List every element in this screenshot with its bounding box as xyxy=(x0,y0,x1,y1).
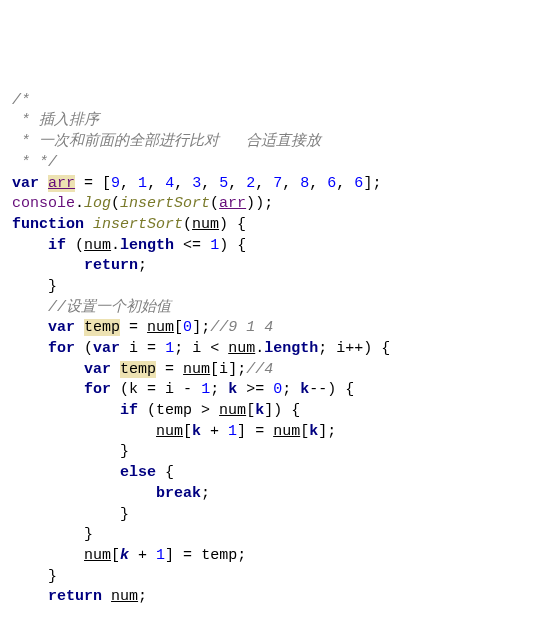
identifier-num: num xyxy=(183,361,210,378)
paren-close: ) xyxy=(273,402,282,419)
brace-open: { xyxy=(282,402,300,419)
keyword-var: var xyxy=(12,175,39,192)
func-call-insertSort: insertSort xyxy=(120,195,210,212)
identifier-temp: temp xyxy=(120,361,156,378)
prop-length: length xyxy=(264,340,318,357)
keyword-var: var xyxy=(48,319,75,336)
keyword-var: var xyxy=(93,340,120,357)
keyword-else: else xyxy=(120,464,156,481)
paren-close: ) xyxy=(219,216,228,233)
paren-close: ) xyxy=(255,195,264,212)
identifier-i: i xyxy=(129,340,138,357)
number-one: 1 xyxy=(156,547,165,564)
bracket-open: [ xyxy=(111,547,120,564)
comma: , xyxy=(174,175,192,192)
paren-close: ) xyxy=(246,195,255,212)
param-num: num xyxy=(192,216,219,233)
number: 3 xyxy=(192,175,201,192)
identifier-k: k xyxy=(228,381,237,398)
bracket-close: ] xyxy=(192,319,201,336)
op-assign: = xyxy=(156,361,183,378)
number: 1 xyxy=(138,175,147,192)
semicolon: ; xyxy=(201,485,210,502)
comment-line: * 插入排序 xyxy=(12,112,99,129)
op-plus: + xyxy=(129,547,156,564)
identifier-num: num xyxy=(147,319,174,336)
bracket-close: ] xyxy=(237,423,246,440)
identifier-num: num xyxy=(111,588,138,605)
brace-close: } xyxy=(120,506,129,523)
paren-open: ( xyxy=(210,195,219,212)
op-assign: = xyxy=(138,381,165,398)
number: 7 xyxy=(273,175,282,192)
semicolon: ; xyxy=(210,381,219,398)
paren-close: ) xyxy=(363,340,372,357)
number-one: 1 xyxy=(165,340,174,357)
number: 9 xyxy=(111,175,120,192)
identifier-i: i xyxy=(219,361,228,378)
dot: . xyxy=(111,237,120,254)
number-zero: 0 xyxy=(183,319,192,336)
identifier-console: console xyxy=(12,195,75,212)
semicolon: ; xyxy=(264,195,273,212)
bracket-open: [ xyxy=(174,319,183,336)
brace-open: { xyxy=(336,381,354,398)
semicolon: ; xyxy=(282,381,291,398)
bracket-open: [ xyxy=(300,423,309,440)
comma: , xyxy=(201,175,219,192)
op-gt: > xyxy=(192,402,219,419)
comma: , xyxy=(282,175,300,192)
comma: , xyxy=(309,175,327,192)
paren-open: ( xyxy=(84,340,93,357)
number: 4 xyxy=(165,175,174,192)
semicolon: ; xyxy=(138,257,147,274)
identifier-i: i xyxy=(192,340,201,357)
identifier-temp: temp xyxy=(84,319,120,336)
semicolon: ; xyxy=(174,340,183,357)
op-assign: = xyxy=(174,547,201,564)
identifier-arr: arr xyxy=(219,195,246,212)
identifier-k: k xyxy=(300,381,309,398)
op-assign: = xyxy=(120,319,147,336)
prop-length: length xyxy=(120,237,174,254)
identifier-temp: temp xyxy=(156,402,192,419)
identifier-k: k xyxy=(129,381,138,398)
number-one: 1 xyxy=(228,423,237,440)
identifier-num: num xyxy=(156,423,183,440)
bracket-open: [ xyxy=(246,402,255,419)
keyword-for: for xyxy=(84,381,111,398)
brace-close: } xyxy=(120,443,129,460)
identifier-num: num xyxy=(84,237,111,254)
op-lt: < xyxy=(201,340,228,357)
identifier-k: k xyxy=(192,423,201,440)
keyword-break: break xyxy=(156,485,201,502)
bracket-close: ] xyxy=(228,361,237,378)
identifier-i: i xyxy=(165,381,174,398)
semicolon: ; xyxy=(327,423,336,440)
identifier-k: k xyxy=(309,423,318,440)
bracket-open: [ xyxy=(183,423,192,440)
brace-close: } xyxy=(48,278,57,295)
op-le: <= xyxy=(174,237,210,254)
number: 2 xyxy=(246,175,255,192)
comma: , xyxy=(120,175,138,192)
keyword-return: return xyxy=(84,257,138,274)
comma: , xyxy=(147,175,165,192)
identifier-i: i xyxy=(336,340,345,357)
brace-close: } xyxy=(84,526,93,543)
paren-open: ( xyxy=(111,195,120,212)
bracket-open: [ xyxy=(210,361,219,378)
keyword-var: var xyxy=(84,361,111,378)
comment-line: /* xyxy=(12,92,30,109)
brace-open: { xyxy=(156,464,174,481)
comment-line: * */ xyxy=(12,154,57,171)
identifier-k: k xyxy=(120,547,129,564)
brace-open: { xyxy=(228,216,246,233)
op-assign: = xyxy=(75,175,102,192)
keyword-return: return xyxy=(48,588,102,605)
number-zero: 0 xyxy=(273,381,282,398)
number: 6 xyxy=(327,175,336,192)
comment-line: * 一次和前面的全部进行比对 合适直接放 xyxy=(12,133,321,150)
paren-close: ) xyxy=(219,237,228,254)
identifier-arr: arr xyxy=(48,175,75,192)
